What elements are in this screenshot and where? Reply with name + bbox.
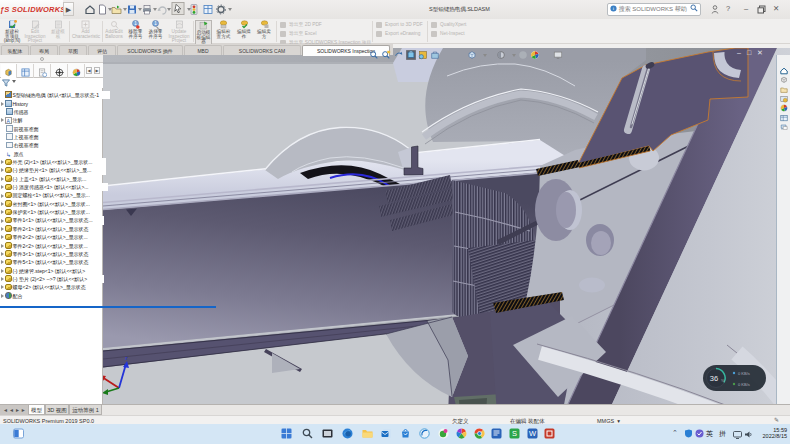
svg-text:S: S: [512, 429, 517, 438]
svg-text:%: %: [721, 378, 725, 383]
svg-text:W: W: [529, 429, 537, 438]
svg-text:36: 36: [710, 374, 718, 383]
svg-text:0 KB/s: 0 KB/s: [738, 371, 750, 376]
svg-text:0 KB/s: 0 KB/s: [738, 382, 750, 387]
